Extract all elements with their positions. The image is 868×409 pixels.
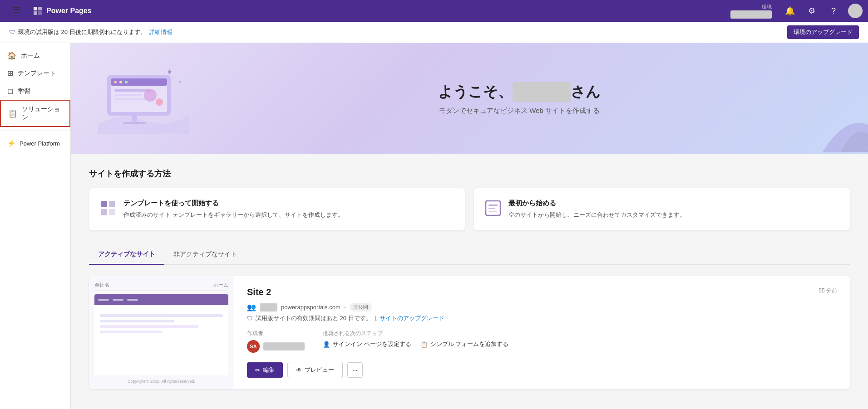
environment-info: 環境 [730, 4, 772, 19]
author-avatar: SA [247, 340, 260, 353]
preview-line-1 [100, 314, 223, 317]
topbar-left: ☰ Power Pages [5, 1, 92, 20]
trial-message: 試用版サイトの有効期間はあと 20 日です。 [256, 314, 372, 322]
svg-rect-15 [114, 98, 146, 100]
site-preview-header: 会社名 ホーム [94, 282, 228, 291]
main-layout: 🏠 ホーム ⊞ テンプレート ◻ 学習 📋 ソリューション ⚡ Power Pl… [0, 43, 868, 409]
notif-message: 環境の試用版は 20 日後に期限切れになります。 [18, 28, 146, 36]
site-upgrade-link[interactable]: サイトのアップグレード [380, 314, 444, 322]
notification-bar: 🛡 環境の試用版は 20 日後に期限切れになります。 詳細情報 環境のアップグレ… [0, 22, 868, 43]
next-step-signin[interactable]: 👤 サインイン ページを設定する [323, 340, 411, 348]
meta-row: 作成者 SA 推奨される次のステップ 👤 [247, 330, 837, 353]
hero-illustration-svg: ✦ ✦ ✦ [98, 61, 189, 134]
svg-rect-1 [38, 7, 42, 10]
action-row: ✏ 編集 👁 プレビュー ··· [247, 362, 837, 378]
signin-icon: 👤 [323, 341, 330, 348]
scratch-card[interactable]: 最初から始める 空のサイトから開始し、ニーズに合わせてカスタマイズできます。 [474, 188, 850, 230]
site-info: Site 2 55 分前 👥 powerappsportals.com - 非公… [234, 276, 850, 389]
edit-button[interactable]: ✏ 編集 [247, 362, 283, 378]
notif-bar-left: 🛡 環境の試用版は 20 日後に期限切れになります。 詳細情報 [9, 28, 173, 36]
sidebar-item-templates[interactable]: ⊞ テンプレート [0, 64, 70, 82]
preview-nav-dot-3 [127, 299, 138, 301]
env-label: 環境 [762, 4, 772, 10]
scratch-card-content: 最初から始める 空のサイトから開始し、ニーズに合わせてカスタマイズできます。 [508, 199, 839, 219]
template-card-icon [100, 200, 116, 219]
tab-inactive-sites[interactable]: 非アクティブなサイト [164, 245, 246, 265]
templates-icon: ⊞ [7, 69, 13, 78]
svg-rect-9 [111, 78, 167, 86]
notif-detail-link[interactable]: 詳細情報 [149, 28, 173, 36]
sidebar-item-learning[interactable]: ◻ 学習 [0, 82, 70, 100]
site-preview: 会社名 ホーム [89, 276, 234, 389]
sidebar-item-home[interactable]: 🏠 ホーム [0, 47, 70, 64]
sidebar-item-power-platform[interactable]: ⚡ Power Platform [0, 135, 70, 152]
avatar[interactable] [848, 4, 863, 18]
sidebar-divider [0, 131, 70, 131]
site-url-blurred [260, 303, 277, 312]
help-button[interactable]: ? [826, 4, 841, 18]
tab-active-sites[interactable]: アクティブなサイト [89, 245, 164, 265]
site-name: Site 2 [247, 287, 271, 297]
sidebar-item-power-platform-label: Power Platform [20, 140, 60, 147]
sidebar-item-templates-label: テンプレート [18, 69, 56, 78]
next-step-form[interactable]: 📋 シンプル フォームを追加する [420, 340, 509, 348]
hero-illustration: ✦ ✦ ✦ [98, 61, 198, 136]
more-button[interactable]: ··· [347, 362, 363, 378]
solutions-icon: 📋 [8, 109, 17, 118]
next-steps: 👤 サインイン ページを設定する 📋 シンプル フォームを追加する [323, 340, 508, 348]
svg-rect-27 [488, 211, 497, 212]
shield-icon: 🛡 [9, 29, 15, 36]
edit-label: 編集 [263, 366, 275, 374]
template-card-title: テンプレートを使って開始する [123, 199, 454, 208]
next-steps-col: 推奨される次のステップ 👤 サインイン ページを設定する 📋 シンプル フォーム… [323, 330, 508, 353]
preview-button[interactable]: 👁 プレビュー [287, 362, 343, 378]
trial-row: 🛡 試用版サイトの有効期間はあと 20 日です。 ℹ サイトのアップグレード [247, 314, 837, 322]
site-section: 会社名 ホーム [71, 265, 868, 400]
topbar: ☰ Power Pages 環境 🔔 ⚙ ? [0, 0, 868, 22]
author-label: 作成者 [247, 330, 305, 337]
site-tabs-section: アクティブなサイト 非アクティブなサイト [71, 245, 868, 265]
site-users-icon: 👥 [247, 303, 256, 312]
site-card: 会社名 ホーム [89, 276, 850, 389]
hero-text: ようこそ、 さん モダンでセキュアなビジネス Web サイトを作成する [198, 82, 841, 115]
form-icon: 📋 [420, 341, 428, 348]
svg-rect-3 [38, 11, 42, 15]
hero-subtitle: モダンでセキュアなビジネス Web サイトを作成する [198, 107, 841, 115]
preview-icon: 👁 [296, 367, 302, 374]
svg-rect-26 [488, 208, 495, 209]
author-name [263, 342, 305, 351]
next-step-form-label: シンプル フォームを追加する [430, 340, 509, 348]
svg-rect-0 [34, 7, 37, 10]
settings-button[interactable]: ⚙ [804, 4, 819, 18]
svg-rect-22 [101, 209, 107, 215]
preview-nav-dot-1 [98, 299, 109, 301]
template-card[interactable]: テンプレートを使って開始する 作成済みのサイト テンプレートをギャラリーから選択… [89, 188, 465, 230]
scratch-card-icon [485, 200, 501, 219]
power-platform-icon: ⚡ [7, 139, 16, 147]
svg-rect-13 [114, 89, 151, 92]
site-tabs-row: アクティブなサイト 非アクティブなサイト [89, 245, 850, 265]
preview-nav-dot-2 [113, 299, 123, 301]
hamburger-button[interactable]: ☰ [5, 1, 27, 19]
hero-user-name [513, 82, 571, 102]
author-value: SA [247, 340, 305, 353]
learning-icon: ◻ [7, 87, 13, 95]
visibility-separator: - [344, 304, 346, 311]
svg-rect-25 [488, 204, 498, 206]
preview-home-label: ホーム [213, 282, 228, 288]
sidebar-item-solutions[interactable]: 📋 ソリューション [0, 100, 70, 127]
site-preview-body [94, 294, 228, 375]
svg-rect-21 [109, 201, 115, 207]
env-name [730, 10, 772, 19]
topbar-right: 環境 🔔 ⚙ ? [730, 4, 863, 19]
hero-title: ようこそ、 さん [198, 82, 841, 102]
upgrade-env-button[interactable]: 環境のアップグレード [787, 25, 859, 39]
notification-button[interactable]: 🔔 [783, 4, 797, 18]
visibility-badge: 非公開 [350, 303, 372, 312]
hero-suffix: さん [571, 83, 601, 100]
site-preview-footer: Copyright © 2022. All rights reserved. [94, 379, 228, 384]
content-area: ✦ ✦ ✦ [71, 43, 868, 409]
how-to-cards: テンプレートを使って開始する 作成済みのサイト テンプレートをギャラリーから選択… [89, 188, 850, 230]
template-card-content: テンプレートを使って開始する 作成済みのサイト テンプレートをギャラリーから選択… [123, 199, 454, 219]
svg-point-17 [156, 98, 163, 106]
